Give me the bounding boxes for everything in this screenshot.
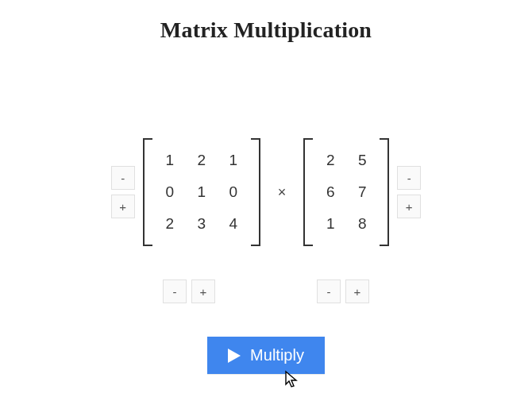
matrix-a-block: - + 1 2 1 0 1 0 bbox=[111, 138, 260, 246]
matrix-b-col-controls: - + bbox=[317, 279, 369, 303]
matrix-a-cell[interactable]: 2 bbox=[154, 208, 186, 240]
table-row: 2 3 4 bbox=[154, 208, 249, 240]
matrix-b-cell[interactable]: 7 bbox=[346, 176, 378, 208]
matrix-b-right-bracket bbox=[380, 138, 389, 246]
matrix-b-left-bracket bbox=[303, 138, 313, 246]
matrix-a: 1 2 1 0 1 0 2 3 4 bbox=[143, 138, 260, 246]
matrix-b-cell[interactable]: 5 bbox=[346, 145, 378, 176]
matrix-a-add-row-button[interactable]: + bbox=[111, 195, 135, 218]
matrix-b-cell[interactable]: 6 bbox=[314, 176, 346, 208]
page-title: Matrix Multiplication bbox=[0, 17, 532, 43]
matrix-a-cell[interactable]: 3 bbox=[186, 208, 218, 240]
matrix-b-cell[interactable]: 1 bbox=[314, 208, 346, 240]
matrix-a-cell[interactable]: 2 bbox=[186, 145, 218, 176]
matrix-stage: - + 1 2 1 0 1 0 bbox=[0, 138, 532, 246]
matrix-a-cell[interactable]: 0 bbox=[154, 176, 186, 208]
multiply-button-label: Multiply bbox=[250, 346, 304, 364]
matrix-a-cell[interactable]: 0 bbox=[218, 176, 249, 208]
times-operator: × bbox=[275, 184, 290, 201]
matrix-b-add-col-button[interactable]: + bbox=[345, 279, 369, 303]
matrix-b-cell[interactable]: 2 bbox=[314, 145, 346, 176]
matrix-b-row-controls: - + bbox=[397, 166, 421, 218]
table-row: 2 5 bbox=[314, 145, 378, 176]
matrix-b-add-row-button[interactable]: + bbox=[397, 195, 421, 218]
matrix-b-cell[interactable]: 8 bbox=[346, 208, 378, 240]
column-controls-row: - + - + bbox=[0, 264, 532, 303]
matrix-b-remove-col-button[interactable]: - bbox=[317, 279, 341, 303]
matrix-b-block: 2 5 6 7 1 8 - + bbox=[303, 138, 421, 246]
matrix-b: 2 5 6 7 1 8 bbox=[303, 138, 389, 246]
matrix-a-cell[interactable]: 4 bbox=[218, 208, 249, 240]
table-row: 1 8 bbox=[314, 208, 378, 240]
matrix-a-cell[interactable]: 1 bbox=[154, 145, 186, 176]
matrix-a-remove-row-button[interactable]: - bbox=[111, 166, 135, 190]
matrix-b-remove-row-button[interactable]: - bbox=[397, 166, 421, 190]
matrix-a-remove-col-button[interactable]: - bbox=[163, 279, 187, 303]
action-row: Multiply bbox=[0, 337, 532, 374]
matrix-b-grid: 2 5 6 7 1 8 bbox=[314, 145, 378, 240]
matrix-a-cell[interactable]: 1 bbox=[186, 176, 218, 208]
matrix-a-grid: 1 2 1 0 1 0 2 3 4 bbox=[154, 145, 249, 240]
table-row: 6 7 bbox=[314, 176, 378, 208]
matrix-a-left-bracket bbox=[143, 138, 152, 246]
matrix-a-right-bracket bbox=[251, 138, 260, 246]
matrix-a-cell[interactable]: 1 bbox=[218, 145, 249, 176]
multiply-button[interactable]: Multiply bbox=[207, 337, 325, 374]
app-root: Matrix Multiplication - + 1 2 1 0 bbox=[0, 0, 532, 397]
matrix-a-add-col-button[interactable]: + bbox=[191, 279, 215, 303]
table-row: 0 1 0 bbox=[154, 176, 249, 208]
table-row: 1 2 1 bbox=[154, 145, 249, 176]
matrix-a-col-controls: - + bbox=[163, 279, 215, 303]
matrix-a-row-controls: - + bbox=[111, 166, 135, 218]
svg-marker-0 bbox=[228, 349, 241, 363]
play-icon bbox=[228, 349, 241, 363]
